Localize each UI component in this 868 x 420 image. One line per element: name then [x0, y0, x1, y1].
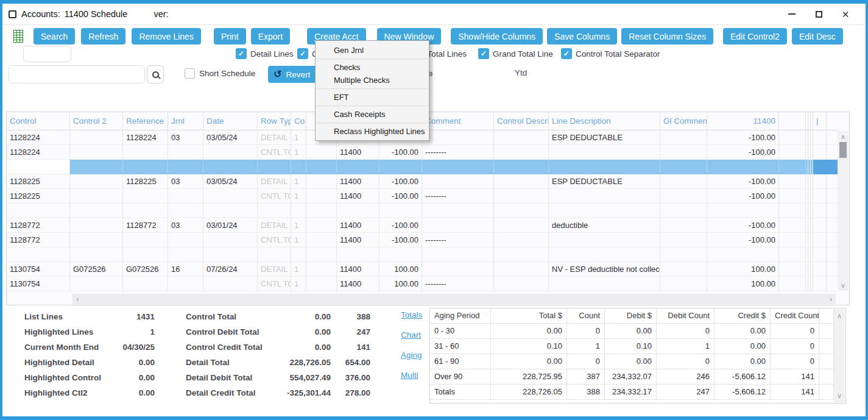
- grid-cell[interactable]: G072526: [70, 262, 123, 277]
- aging-column-header-count[interactable]: Count: [567, 308, 605, 324]
- table-row[interactable]: [7, 247, 838, 262]
- grid-cell[interactable]: [779, 247, 806, 262]
- table-row[interactable]: 112877211287720303/01/24DETAIL111400-100…: [7, 218, 838, 233]
- grid-cell[interactable]: -100.00: [707, 218, 779, 233]
- grid-cell[interactable]: [379, 247, 422, 262]
- toolbar-button-remove-lines[interactable]: Remove Lines: [132, 28, 201, 44]
- grid-cell[interactable]: [306, 277, 337, 291]
- grid-cell[interactable]: 1128224: [7, 130, 70, 145]
- grid-cell[interactable]: [203, 247, 258, 262]
- table-row[interactable]: 1130754G072526G0725261607/26/24DETAIL111…: [7, 262, 838, 277]
- grid-cell[interactable]: 11400: [337, 145, 379, 160]
- scroll-left-icon[interactable]: ‹: [76, 294, 79, 304]
- grid-cell[interactable]: NV - ESP deductible not collected: [549, 262, 660, 277]
- grid-cell[interactable]: [337, 160, 379, 174]
- grid-cell[interactable]: [168, 189, 203, 204]
- grid-cell[interactable]: [779, 233, 806, 247]
- column-header-reference[interactable]: Reference: [123, 112, 168, 130]
- grid-cell[interactable]: [494, 233, 549, 247]
- grid-cell[interactable]: 100.00: [707, 262, 779, 277]
- grid-cell[interactable]: [813, 130, 827, 145]
- grid-cell[interactable]: [70, 233, 123, 247]
- grid-cell[interactable]: 1128772: [7, 218, 70, 233]
- column-header-rowtype[interactable]: Row Type: [258, 112, 291, 130]
- grid-cell[interactable]: [168, 204, 203, 218]
- toolbar-button-search[interactable]: Search: [34, 28, 75, 44]
- revert-button[interactable]: ↺ Revert: [268, 66, 320, 83]
- grid-cell[interactable]: [123, 277, 168, 291]
- grid-cell[interactable]: [168, 277, 203, 291]
- grid-cell[interactable]: [168, 233, 203, 247]
- grid-cell[interactable]: [494, 145, 549, 160]
- grid-cell[interactable]: [422, 160, 494, 174]
- grid-cell[interactable]: [779, 130, 806, 145]
- table-row[interactable]: 1128225CNTL TOT111400-100.00---------100…: [7, 189, 838, 204]
- grid-cell[interactable]: [779, 218, 806, 233]
- grid-cell[interactable]: [70, 189, 123, 204]
- column-header-control2[interactable]: Control 2: [70, 112, 123, 130]
- table-row[interactable]: 1128224CNTL TOT111400-100.00---------100…: [7, 145, 838, 160]
- grid-cell[interactable]: [494, 277, 549, 291]
- grid-cell[interactable]: -100.00: [379, 174, 422, 189]
- grid-cell[interactable]: [813, 247, 827, 262]
- link-aging[interactable]: Aging: [401, 351, 422, 364]
- menu-item-checks[interactable]: Checks: [316, 61, 429, 74]
- aging-column-header-debit[interactable]: Debit $: [605, 308, 657, 324]
- grid-cell[interactable]: ESP DEDUCTABLE: [549, 174, 660, 189]
- column-header-co[interactable]: Co: [291, 112, 306, 130]
- grid-cell[interactable]: 100.00: [379, 262, 422, 277]
- grid-cell[interactable]: 1: [291, 233, 306, 247]
- grid-cell[interactable]: [494, 189, 549, 204]
- scroll-right-icon[interactable]: ›: [830, 294, 832, 304]
- grid-cell[interactable]: [813, 277, 827, 291]
- grid-cell[interactable]: [660, 204, 707, 218]
- grid-cell[interactable]: [203, 233, 258, 247]
- grid-cell[interactable]: [123, 204, 168, 218]
- grid-cell[interactable]: [306, 145, 337, 160]
- grid-cell[interactable]: [306, 174, 337, 189]
- grid-cell[interactable]: --------: [422, 233, 494, 247]
- grid-cell[interactable]: [422, 174, 494, 189]
- grid-cell[interactable]: 03: [168, 174, 203, 189]
- grid-cell[interactable]: [707, 247, 779, 262]
- grid-cell[interactable]: [337, 204, 379, 218]
- grid-cell[interactable]: 1130754: [7, 262, 70, 277]
- grid-cell[interactable]: [779, 277, 806, 291]
- grid-cell[interactable]: -100.00: [707, 130, 779, 145]
- grid-cell[interactable]: G072526: [123, 262, 168, 277]
- grid-cell[interactable]: [379, 204, 422, 218]
- table-row[interactable]: 112822511282250303/05/24DETAIL111400-100…: [7, 174, 838, 189]
- grid-cell[interactable]: [549, 160, 660, 174]
- grid-cell[interactable]: DETAIL: [258, 174, 291, 189]
- grid-cell[interactable]: 1: [291, 277, 306, 291]
- grid-cell[interactable]: [70, 277, 123, 291]
- grid-cell[interactable]: [813, 189, 827, 204]
- grid-cell[interactable]: [7, 247, 70, 262]
- grid-cell[interactable]: [70, 130, 123, 145]
- grid-cell[interactable]: [379, 160, 422, 174]
- scroll-up-icon[interactable]: ∧: [838, 132, 849, 141]
- grid-cell[interactable]: 16: [168, 262, 203, 277]
- grid-cell[interactable]: [7, 204, 70, 218]
- grid-cell[interactable]: 1130754: [7, 277, 70, 291]
- grid-cell[interactable]: [549, 204, 660, 218]
- grid-cell[interactable]: 1128225: [7, 174, 70, 189]
- toolbar-button-reset-column-sizes[interactable]: Reset Column Sizes: [621, 28, 713, 44]
- grid-cell[interactable]: 11400: [337, 189, 379, 204]
- grid-cell[interactable]: [494, 130, 549, 145]
- grid-cell[interactable]: [422, 130, 494, 145]
- grid-cell[interactable]: [123, 247, 168, 262]
- aging-column-header-debit-count[interactable]: Debit Count: [657, 308, 715, 324]
- link-chart[interactable]: Chart: [401, 330, 422, 344]
- grid-cell[interactable]: CNTL TOT: [258, 145, 291, 160]
- grid-cell[interactable]: [306, 247, 337, 262]
- grid-cell[interactable]: [494, 247, 549, 262]
- grid-cell[interactable]: [813, 145, 827, 160]
- grid-cell[interactable]: -100.00: [707, 233, 779, 247]
- grid-cell[interactable]: [306, 233, 337, 247]
- grid-cell[interactable]: [660, 247, 707, 262]
- aging-scrollbar[interactable]: ∧ ∨: [834, 309, 845, 402]
- grid-cell[interactable]: [422, 218, 494, 233]
- toolbar-button-show-hide-columns[interactable]: Show/Hide Columns: [451, 28, 543, 44]
- grid-cell[interactable]: -100.00: [379, 233, 422, 247]
